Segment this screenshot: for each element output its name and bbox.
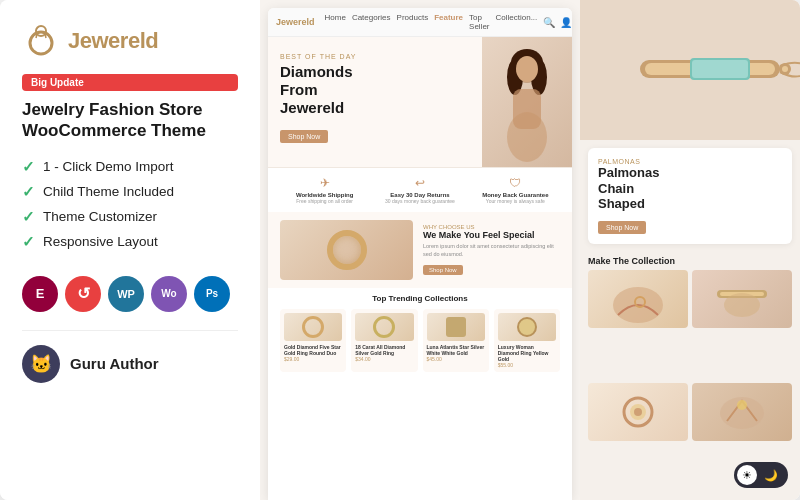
trend-name: Luxury Woman Diamond Ring Yellow Gold (498, 344, 556, 362)
divider (22, 330, 238, 331)
trend-image (284, 313, 342, 341)
feat-desc: Free shipping on all order (280, 198, 369, 204)
trend-image (427, 313, 485, 341)
moon-icon: 🌙 (764, 469, 778, 482)
collection-image (280, 220, 413, 280)
browser-brand: Jewereld (276, 17, 315, 27)
collection-text: Why Choose Us We Make You Feel Special L… (419, 220, 560, 280)
revolution-badge: ↺ (65, 276, 101, 312)
search-icon[interactable]: 🔍 (543, 17, 555, 28)
logo-text: Jewereld (68, 28, 158, 54)
feat-guarantee: 🛡 Money Back Guarantee Your money is alw… (471, 176, 560, 204)
feature-item: ✓ 1 - Click Demo Import (22, 158, 238, 176)
mockup-collection: Why Choose Us We Make You Feel Special L… (268, 212, 572, 288)
nav-topseller[interactable]: Top Seller (469, 13, 489, 31)
browser-bar: Jewereld Home Categories Products Featur… (268, 8, 572, 37)
trend-item: Luna Atlantis Star Silver White White Go… (423, 309, 489, 372)
author-label: Guru Author (70, 355, 159, 372)
svg-point-8 (516, 56, 538, 82)
author-icon: 🐱 (22, 345, 60, 383)
collection-desc: Lorem ipsum dolor sit amet consectetur a… (423, 243, 556, 258)
mockup-hero: Best Of The Day Diamonds From Jewereld S… (268, 37, 572, 167)
nav-products[interactable]: Products (397, 13, 429, 31)
hero-title: Diamonds From Jewereld (280, 63, 470, 117)
dark-mode-option[interactable]: 🌙 (761, 465, 781, 485)
mockup-browser: Jewereld Home Categories Products Featur… (268, 8, 572, 500)
shipping-icon: ✈ (280, 176, 369, 190)
nav-feature[interactable]: Feature (434, 13, 463, 31)
feature-item: ✓ Theme Customizer (22, 208, 238, 226)
photoshop-badge: Ps (194, 276, 230, 312)
svg-point-26 (737, 400, 747, 410)
author-area: 🐱 Guru Author (22, 345, 238, 383)
light-mode-option[interactable]: ☀ (737, 465, 757, 485)
feat-desc: Your money is always safe (471, 198, 560, 204)
logo-area: Jewereld (22, 22, 238, 60)
svg-point-24 (634, 408, 642, 416)
left-panel: Jewereld Big Update Jewelry Fashion Stor… (0, 0, 260, 500)
feature-label: Theme Customizer (43, 209, 157, 224)
svg-rect-14 (692, 60, 748, 78)
theme-title: Jewelry Fashion Store WooCommerce Theme (22, 99, 238, 142)
svg-line-2 (36, 34, 37, 38)
hero-small-label: Best Of The Day (280, 53, 470, 60)
trending-grid: Gold Diamond Five Star Gold Ring Round D… (280, 309, 560, 372)
browser-nav: Home Categories Products Feature Top Sel… (325, 13, 538, 31)
grid-item-3 (588, 383, 688, 441)
trend-price: $34.00 (355, 356, 413, 362)
mockup-features: ✈ Worldwide Shipping Free shipping on al… (268, 167, 572, 212)
check-icon: ✓ (22, 233, 35, 251)
sun-icon: ☀ (742, 469, 752, 482)
svg-point-16 (782, 66, 788, 72)
palmonas-card: Palmonas Palmonas Chain Shaped Shop Now (588, 148, 792, 244)
hero-image (482, 37, 572, 167)
nav-home[interactable]: Home (325, 13, 346, 31)
trend-name: Luna Atlantis Star Silver White White Go… (427, 344, 485, 356)
dark-mode-toggle[interactable]: ☀ 🌙 (734, 462, 788, 488)
collection-cta-button[interactable]: Shop Now (423, 265, 463, 275)
woocommerce-badge: Wo (151, 276, 187, 312)
svg-point-21 (724, 293, 760, 317)
right-collection-title: Make The Collection (588, 256, 792, 266)
trend-name: Gold Diamond Five Star Gold Ring Round D… (284, 344, 342, 356)
features-list: ✓ 1 - Click Demo Import ✓ Child Theme In… (22, 158, 238, 258)
ring-visual (327, 230, 367, 270)
trending-title: Top Trending Collections (280, 294, 560, 303)
right-top-image (580, 0, 800, 140)
nav-categories[interactable]: Categories (352, 13, 391, 31)
bracelet-svg (630, 30, 800, 110)
feat-desc: 30 days money back guarantee (375, 198, 464, 204)
svg-line-3 (45, 34, 46, 38)
feat-returns: ↩ Easy 30 Day Returns 30 days money back… (375, 176, 464, 204)
feature-label: 1 - Click Demo Import (43, 159, 174, 174)
tech-icons: E ↺ WP Wo Ps (22, 276, 238, 312)
logo-icon (22, 22, 60, 60)
feat-shipping: ✈ Worldwide Shipping Free shipping on al… (280, 176, 369, 204)
guarantee-icon: 🛡 (471, 176, 560, 190)
trend-item: Gold Diamond Five Star Gold Ring Round D… (280, 309, 346, 372)
check-icon: ✓ (22, 208, 35, 226)
svg-point-10 (507, 112, 547, 162)
returns-icon: ↩ (375, 176, 464, 190)
trend-price: $45.00 (427, 356, 485, 362)
right-collection-grid (588, 270, 792, 492)
collection-title: We Make You Feel Special (423, 230, 556, 240)
feature-label: Responsive Layout (43, 234, 158, 249)
hero-text-area: Best Of The Day Diamonds From Jewereld S… (268, 37, 482, 167)
hero-cta-button[interactable]: Shop Now (280, 130, 328, 143)
right-card-title: Palmonas Chain Shaped (598, 165, 782, 212)
user-icon[interactable]: 👤 (560, 17, 572, 28)
main-container: Jewereld Big Update Jewelry Fashion Stor… (0, 0, 800, 500)
grid-item-1 (588, 270, 688, 328)
trend-item: 18 Carat All Diamond Silver Gold Ring $3… (351, 309, 417, 372)
trend-price: $55.00 (498, 362, 556, 368)
center-panel: Jewereld Home Categories Products Featur… (260, 0, 580, 500)
right-card-button[interactable]: Shop Now (598, 221, 646, 234)
grid-item-2 (692, 270, 792, 328)
hero-woman-svg (487, 47, 567, 167)
feature-label: Child Theme Included (43, 184, 174, 199)
grid-item-4 (692, 383, 792, 441)
nav-collection[interactable]: Collection... (496, 13, 538, 31)
trend-image (498, 313, 556, 341)
check-icon: ✓ (22, 158, 35, 176)
